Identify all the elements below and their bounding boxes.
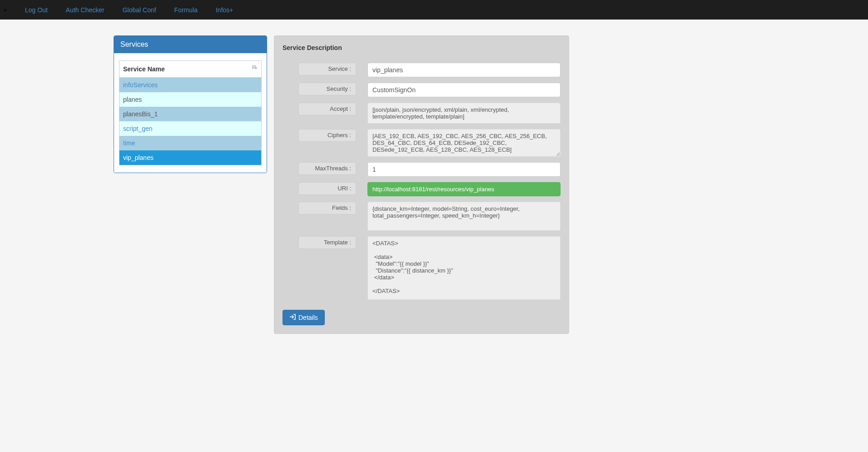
details-heading: Service Description — [283, 44, 560, 51]
service-row-infoservices[interactable]: infoServices — [119, 78, 262, 93]
services-panel-title: Services — [114, 36, 267, 53]
nav-logout[interactable]: Log Out — [16, 6, 57, 14]
label-service: Service : — [298, 63, 356, 75]
login-icon — [289, 314, 296, 321]
sort-icon[interactable] — [253, 65, 258, 72]
details-button[interactable]: Details — [283, 310, 325, 325]
menu-toggle-icon[interactable]: ▸ — [5, 7, 7, 12]
label-fields: Fields : — [298, 202, 356, 214]
services-panel: Services Service Name infoServices — [114, 35, 267, 173]
service-row-time[interactable]: time — [119, 136, 262, 150]
input-security[interactable] — [367, 83, 560, 97]
static-template: <DATAS> <data> "Model":"{{ model }}" "Di… — [367, 236, 560, 300]
label-security: Security : — [298, 83, 356, 95]
label-accept: Accept : — [298, 103, 356, 115]
uri-link[interactable]: http://localhost:8181/rest/resources/vip… — [367, 182, 560, 196]
nav-infos[interactable]: Infos+ — [207, 6, 243, 14]
nav-global-conf[interactable]: Global Conf — [114, 6, 165, 14]
services-col-header[interactable]: Service Name — [119, 61, 262, 78]
service-row-scriptgen[interactable]: script_gen — [119, 121, 262, 136]
service-row-planes[interactable]: planes — [119, 92, 262, 107]
nav-auth-checker[interactable]: Auth Checker — [57, 6, 114, 14]
label-template: Template : — [298, 236, 356, 249]
textarea-ciphers[interactable]: [AES_192_ECB, AES_192_CBC, AES_256_CBC, … — [367, 129, 560, 157]
label-maxthreads: MaxThreads : — [298, 162, 356, 175]
nav-formula[interactable]: Formula — [165, 6, 207, 14]
service-row-planesbis1[interactable]: planesBis_1 — [119, 107, 262, 121]
static-accept: [json/plain, json/encrypted, xml/plain, … — [367, 103, 560, 124]
top-navbar: ▸ Log Out Auth Checker Global Conf Formu… — [0, 0, 868, 20]
service-row-vipplanes[interactable]: vip_planes — [119, 150, 262, 165]
label-uri: URI : — [298, 182, 356, 195]
service-description-panel: Service Description Service : Security :… — [274, 35, 569, 334]
details-button-label: Details — [298, 314, 318, 321]
static-fields: {distance_km=Integer, model=String, cost… — [367, 202, 560, 231]
input-maxthreads[interactable] — [367, 162, 560, 177]
label-ciphers: Ciphers : — [298, 129, 356, 142]
input-service[interactable] — [367, 63, 560, 77]
services-col-header-label: Service Name — [123, 65, 165, 73]
services-table: Service Name infoServices planes planesB… — [119, 60, 262, 165]
